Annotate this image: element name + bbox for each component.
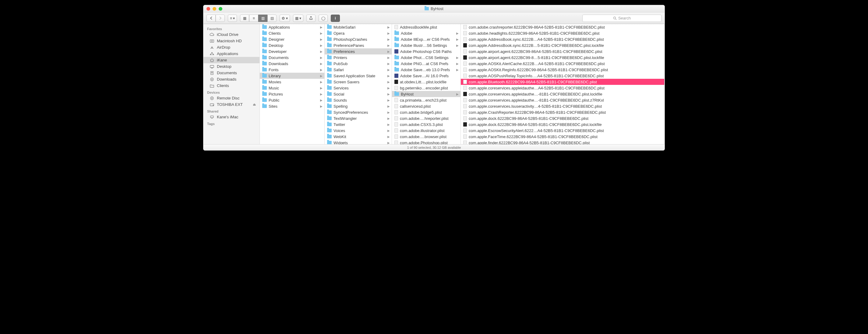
file-row[interactable]: Preferences▶ xyxy=(325,48,392,55)
file-row[interactable]: com.adobe.illustrator.plist xyxy=(392,128,461,134)
file-row[interactable]: com.apple.coreservices.appleidauthe…A4-5… xyxy=(461,85,664,91)
file-row[interactable]: com.apple.EscrowSecurityAlert.6222…A4-52… xyxy=(461,128,664,134)
file-row[interactable]: AddressBookMe.plist xyxy=(392,24,461,30)
sidebar-item[interactable]: Clients xyxy=(204,82,259,89)
file-row[interactable]: com.apple.FaceTime.6222BC99-86A4-52B5-81… xyxy=(461,134,664,140)
file-row[interactable]: com.adobe.crashreporter.6222BC99-86A4-52… xyxy=(461,24,664,30)
sidebar-item[interactable]: Kane's iMac xyxy=(204,114,259,120)
file-row[interactable]: com.apple.dock.6222BC99-86A4-52B5-81B1-C… xyxy=(461,115,664,121)
sidebar-item[interactable]: Desktop xyxy=(204,63,259,70)
file-row[interactable]: com.apple.airport.agent.6222BC99-86A4-52… xyxy=(461,48,664,55)
tags-button[interactable]: ◯ xyxy=(318,14,328,22)
file-row[interactable]: Sounds▶ xyxy=(325,97,392,103)
file-row[interactable]: Adobe IllExp…er CS6 Prefs▶ xyxy=(392,36,461,42)
file-row[interactable]: com.apple.finder.6222BC99-86A4-52B5-81B1… xyxy=(461,140,664,144)
sidebar-item[interactable]: Macintosh HD xyxy=(204,38,259,44)
file-row[interactable]: MobileSafari▶ xyxy=(325,24,392,30)
file-row[interactable]: com.apple.AOSKit.RegInfo.6222BC99-86A4-5… xyxy=(461,67,664,73)
file-row[interactable]: Voices▶ xyxy=(325,128,392,134)
file-row[interactable]: Downloads▶ xyxy=(260,61,324,67)
column-view-button[interactable]: ▥ xyxy=(258,14,268,22)
file-row[interactable]: bg.peterniko…encoder.plist xyxy=(392,85,461,91)
file-row[interactable]: Sites▶ xyxy=(260,103,324,109)
file-row[interactable]: Designer▶ xyxy=(260,36,324,42)
forward-button[interactable] xyxy=(216,14,225,22)
file-row[interactable]: Adobe Photoshop CS6 Paths xyxy=(392,48,461,55)
file-row[interactable]: Desktop▶ xyxy=(260,42,324,48)
file-row[interactable]: Clients▶ xyxy=(260,30,324,36)
file-row[interactable]: com.adobe.…browser.plist xyxy=(392,134,461,140)
path-menu[interactable]: ≡ ▾ xyxy=(228,14,237,22)
file-row[interactable]: com.adobe.CSXS.3.plist xyxy=(392,121,461,128)
file-row[interactable]: Music▶ xyxy=(260,85,324,91)
file-row[interactable]: com.apple.dock.6222BC99-86A4-52B5-81B1-C… xyxy=(461,121,664,128)
file-row[interactable]: Twitter▶ xyxy=(325,121,392,128)
file-row[interactable]: callservicesd.plist xyxy=(392,103,461,109)
file-row[interactable]: Saved Application State▶ xyxy=(325,73,392,79)
file-row[interactable]: com.adobe.Photoshop.plist xyxy=(392,140,461,144)
file-row[interactable]: Services▶ xyxy=(325,85,392,91)
file-row[interactable]: PreferencePanes▶ xyxy=(325,42,392,48)
file-row[interactable]: com.apple.AOSKit.AlertCache.6222B…A4-52B… xyxy=(461,61,664,67)
file-row[interactable]: ca.primatela…ench23.plist xyxy=(392,97,461,103)
file-row[interactable]: Developer▶ xyxy=(260,48,324,55)
file-row[interactable]: com.apple.CrashReporter.6222BC99-86A4-52… xyxy=(461,109,664,115)
column[interactable]: Applications▶Clients▶Designer▶Desktop▶De… xyxy=(260,24,325,144)
file-row[interactable]: ByHost▶ xyxy=(392,91,461,97)
sidebar-item[interactable]: Applications xyxy=(204,51,259,57)
share-button[interactable] xyxy=(306,14,315,22)
icon-view-button[interactable]: ▦ xyxy=(240,14,249,22)
file-row[interactable]: Documents▶ xyxy=(260,55,324,61)
arrange-menu[interactable]: ▦ ▾ xyxy=(293,14,303,22)
file-row[interactable]: com.apple.Bluetooth.6222BC99-86A4-52B5-8… xyxy=(461,79,664,85)
file-row[interactable]: Adobe PNG…at CS6 Prefs▶ xyxy=(392,61,461,67)
file-row[interactable]: com.apple.coreservices.lsuseractivity…4-… xyxy=(461,103,664,109)
back-button[interactable] xyxy=(207,14,216,22)
file-row[interactable]: com.apple.coreservices.appleidauthe…-81B… xyxy=(461,91,664,97)
file-row[interactable]: Adobe Phot…CS6 Settings▶ xyxy=(392,55,461,61)
file-row[interactable]: Opera▶ xyxy=(325,30,392,36)
info-button[interactable]: i xyxy=(331,14,340,22)
file-row[interactable]: Screen Savers▶ xyxy=(325,79,392,85)
file-row[interactable]: com.apple.coreservices.appleidauthe…-81B… xyxy=(461,97,664,103)
list-view-button[interactable]: ≡ xyxy=(249,14,258,22)
file-row[interactable]: com.adobe.bridge5.plist xyxy=(392,109,461,115)
file-row[interactable]: Pictures▶ xyxy=(260,91,324,97)
titlebar[interactable]: ByHost xyxy=(204,5,664,12)
column[interactable]: com.adobe.crashreporter.6222BC99-86A4-52… xyxy=(461,24,664,144)
sidebar-item[interactable]: Documents xyxy=(204,70,259,76)
eject-icon[interactable]: ⏏ xyxy=(253,102,256,106)
file-row[interactable]: Adobe▶ xyxy=(392,30,461,36)
sidebar-item[interactable]: iCloud Drive xyxy=(204,31,259,38)
file-row[interactable]: Adobe Save…eb 13.0 Prefs▶ xyxy=(392,67,461,73)
file-row[interactable]: com.apple.AOSPushRelay.TopicInfo.…A4-52B… xyxy=(461,73,664,79)
file-row[interactable]: PhotoshopCrashes▶ xyxy=(325,36,392,42)
file-row[interactable]: Library▶ xyxy=(260,73,324,79)
file-row[interactable]: com.apple.airport.agent.6222BC99-8…5-81B… xyxy=(461,55,664,61)
file-row[interactable]: Widgets▶ xyxy=(325,140,392,144)
file-row[interactable]: SyncedPreferences▶ xyxy=(325,109,392,115)
file-row[interactable]: Public▶ xyxy=(260,97,324,103)
column[interactable]: AddressBookMe.plistAdobe▶Adobe IllExp…er… xyxy=(392,24,461,144)
file-row[interactable]: Social▶ xyxy=(325,91,392,97)
file-row[interactable]: PubSub▶ xyxy=(325,61,392,67)
sidebar-item[interactable]: Remote Disc xyxy=(204,95,259,101)
file-row[interactable]: Safari▶ xyxy=(325,67,392,73)
file-row[interactable]: com.apple.AddressBook.sync.6222B…A4-52B5… xyxy=(461,36,664,42)
file-row[interactable]: at.obdev.Litt….plist.lockfile xyxy=(392,79,461,85)
file-row[interactable]: Spelling▶ xyxy=(325,103,392,109)
file-row[interactable]: Movies▶ xyxy=(260,79,324,85)
file-row[interactable]: com.adobe.…hreporter.plist xyxy=(392,115,461,121)
file-row[interactable]: TextWrangler▶ xyxy=(325,115,392,121)
sidebar-item[interactable]: Downloads xyxy=(204,76,259,82)
file-row[interactable]: Fonts▶ xyxy=(260,67,324,73)
file-row[interactable]: Printers▶ xyxy=(325,55,392,61)
file-row[interactable]: com.apple.AddressBook.sync.6222B…5-81B1-… xyxy=(461,42,664,48)
sidebar-item[interactable]: iKane xyxy=(204,57,259,63)
coverflow-view-button[interactable]: ▤ xyxy=(268,14,277,22)
file-row[interactable]: com.adobe.headlights.6222BC99-86A4-52B5-… xyxy=(461,30,664,36)
file-row[interactable]: WebKit▶ xyxy=(325,134,392,140)
column[interactable]: MobileSafari▶Opera▶PhotoshopCrashes▶Pref… xyxy=(325,24,392,144)
search-field[interactable]: Search xyxy=(582,14,661,22)
file-row[interactable]: Applications▶ xyxy=(260,24,324,30)
